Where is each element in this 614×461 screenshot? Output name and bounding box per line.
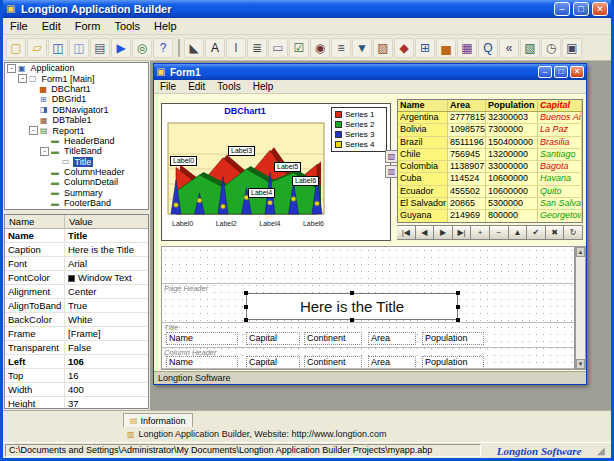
- property-value[interactable]: False: [65, 341, 148, 354]
- grid-cell-area[interactable]: 8511196: [448, 137, 486, 148]
- property-value[interactable]: True: [65, 299, 148, 312]
- menu-item[interactable]: Help: [147, 19, 184, 33]
- grid-cell-capital[interactable]: San Salvador: [538, 198, 582, 209]
- grid-cell-name[interactable]: Argentina: [398, 112, 448, 123]
- pointer-tool[interactable]: ◣: [184, 38, 204, 58]
- grid-cell-name[interactable]: Cuba: [398, 173, 448, 184]
- property-name-column-header[interactable]: Name: [5, 215, 65, 228]
- tree-item[interactable]: - ▬ TitleBand: [5, 146, 148, 156]
- grid-cell-population[interactable]: 33000000: [486, 161, 538, 172]
- minimize-button[interactable]: –: [554, 2, 570, 16]
- Argentina[interactable]: Argentina 2777815 32300003 Buenos Aires: [398, 112, 582, 124]
- navigator-button[interactable]: ✖: [546, 225, 565, 240]
- navigator-button[interactable]: ↻: [564, 225, 583, 240]
- tree-item[interactable]: ▅ DBChart1: [5, 84, 148, 94]
- menu-item[interactable]: Tools: [107, 19, 147, 33]
- Height[interactable]: Height 37: [5, 397, 148, 409]
- grid-column-header[interactable]: Area: [448, 100, 486, 111]
- run-button[interactable]: ▶: [111, 38, 131, 58]
- query-tool[interactable]: Q: [478, 38, 498, 58]
- form1-title-bar[interactable]: ▣ Form1 – □ ✕: [154, 64, 586, 80]
- dbgrid-component[interactable]: NameAreaPopulationCapital Argentina 2777…: [397, 99, 583, 223]
- Left[interactable]: Left 106: [5, 355, 148, 369]
- form1-maximize-button[interactable]: □: [554, 66, 568, 78]
- form1-menu-item[interactable]: Edit: [182, 81, 211, 92]
- navigator-button[interactable]: ✔: [527, 225, 546, 240]
- selection-handle[interactable]: [350, 291, 354, 295]
- property-value[interactable]: 37: [65, 397, 148, 409]
- BackColor[interactable]: BackColor White: [5, 313, 148, 327]
- AlignToBand[interactable]: AlignToBand True: [5, 299, 148, 313]
- grid-data-button[interactable]: ▥: [385, 165, 398, 178]
- selection-handle[interactable]: [456, 305, 460, 309]
- tree-item[interactable]: ▬ HeaderBand: [5, 136, 148, 146]
- save-button[interactable]: ◫: [48, 38, 68, 58]
- grid-tool[interactable]: ⊞: [415, 38, 435, 58]
- grid-cell-capital[interactable]: Bagota: [538, 161, 582, 172]
- grid-cell-name[interactable]: El Salvador: [398, 198, 448, 209]
- tree-item[interactable]: ▬ ColumnDetail: [5, 177, 148, 187]
- vertical-scrollbar[interactable]: ▲ ▼: [575, 246, 586, 370]
- grid-cell-population[interactable]: 800000: [486, 210, 538, 221]
- property-value[interactable]: Center: [65, 285, 148, 298]
- form1-menu-item[interactable]: File: [154, 81, 182, 92]
- grid-cell-capital[interactable]: Quito: [538, 186, 582, 197]
- grid-cell-area[interactable]: 20865: [448, 198, 486, 209]
- report-tool[interactable]: ▧: [520, 38, 540, 58]
- grid-cell-area[interactable]: 756945: [448, 149, 486, 160]
- property-value[interactable]: Here is the Title: [65, 243, 148, 256]
- grid-cell-capital[interactable]: Havana: [538, 173, 582, 184]
- object-tree[interactable]: - ▣ Application - ▢ Form1 [Main] ▅ DBCha…: [4, 62, 149, 210]
- property-value-column-header[interactable]: Value: [65, 215, 97, 228]
- navigator-button[interactable]: ▶|: [453, 225, 472, 240]
- form1-close-button[interactable]: ✕: [570, 66, 584, 78]
- form1-window[interactable]: ▣ Form1 – □ ✕ FileEditToolsHelp DBChart1: [153, 63, 587, 385]
- Frame[interactable]: Frame [Frame]: [5, 327, 148, 341]
- report-field[interactable]: Name: [166, 332, 238, 345]
- Guyana[interactable]: Guyana 214969 800000 Georgetown: [398, 210, 582, 222]
- menu-item[interactable]: Edit: [35, 19, 68, 33]
- report-designer[interactable]: Page Header Here is the Title: [161, 246, 575, 370]
- property-value[interactable]: Arial: [65, 257, 148, 270]
- menu-item[interactable]: Form: [68, 19, 108, 33]
- tree-item[interactable]: ⊞ DBGrid1: [5, 94, 148, 104]
- Chile[interactable]: Chile 756945 13200000 Santiago: [398, 149, 582, 161]
- grid-cell-population[interactable]: 10600000: [486, 173, 538, 184]
- grid-column-header[interactable]: Name: [398, 100, 448, 111]
- navigator-button[interactable]: ◀: [416, 225, 435, 240]
- memo-tool[interactable]: ≣: [247, 38, 267, 58]
- Brazil[interactable]: Brazil 8511196 150400000 Brasilia: [398, 137, 582, 149]
- report-title-element[interactable]: Here is the Title: [246, 293, 458, 320]
- Bolivia[interactable]: Bolivia 1098575 7300000 La Paz: [398, 124, 582, 136]
- resize-grip[interactable]: ◢: [597, 444, 609, 457]
- property-value[interactable]: Title: [65, 229, 148, 242]
- image-tool[interactable]: ▨: [373, 38, 393, 58]
- grid-cell-area[interactable]: 2777815: [448, 112, 486, 123]
- selection-handle[interactable]: [244, 305, 248, 309]
- report-field[interactable]: Continent: [304, 332, 362, 345]
- grid-cell-population[interactable]: 32300003: [486, 112, 538, 123]
- property-value[interactable]: 106: [65, 355, 148, 368]
- navigator-button[interactable]: ▲: [509, 225, 528, 240]
- open-button[interactable]: ▱: [27, 38, 47, 58]
- Cuba[interactable]: Cuba 114524 10600000 Havana: [398, 173, 582, 185]
- form1-minimize-button[interactable]: –: [538, 66, 552, 78]
- grid-cell-capital[interactable]: Brasilia: [538, 137, 582, 148]
- navigator-button[interactable]: −: [490, 225, 509, 240]
- save-all-button[interactable]: ◫: [69, 38, 89, 58]
- FontColor[interactable]: FontColor Window Text: [5, 271, 148, 285]
- grid-cell-capital[interactable]: La Paz: [538, 124, 582, 135]
- tree-item[interactable]: ◨ DBNavigator1: [5, 105, 148, 115]
- tabs-tool[interactable]: ▣: [562, 38, 582, 58]
- grid-cell-population[interactable]: 5300000: [486, 198, 538, 209]
- tree-expander-icon[interactable]: -: [18, 74, 27, 83]
- tree-expander-icon[interactable]: -: [40, 147, 49, 156]
- tree-expander-icon[interactable]: -: [29, 126, 38, 135]
- edit-tool[interactable]: I: [226, 38, 246, 58]
- tree-item[interactable]: - ▤ Report1: [5, 125, 148, 135]
- scroll-up-icon[interactable]: ▲: [576, 247, 585, 257]
- Alignment[interactable]: Alignment Center: [5, 285, 148, 299]
- grid-cell-name[interactable]: Chile: [398, 149, 448, 160]
- close-button[interactable]: ✕: [592, 2, 608, 16]
- Transparent[interactable]: Transparent False: [5, 341, 148, 355]
